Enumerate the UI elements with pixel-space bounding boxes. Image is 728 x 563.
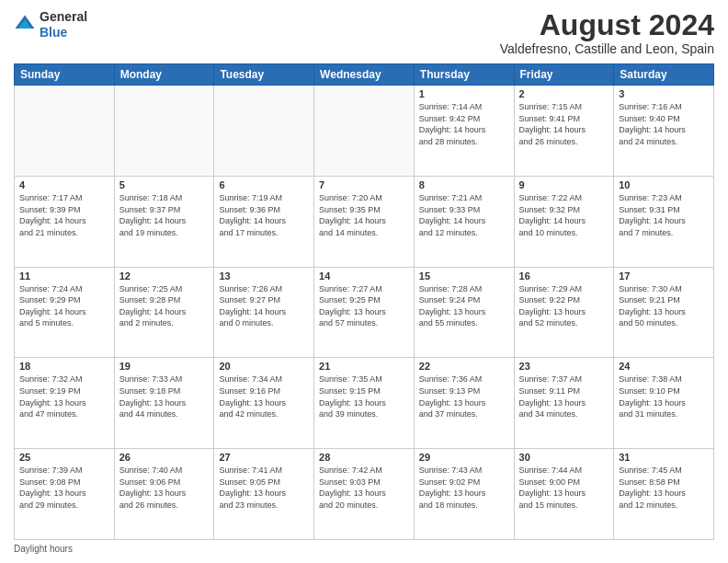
day-number: 4 [19,179,109,190]
day-number: 15 [419,270,509,282]
day-number: 31 [619,452,709,463]
calendar-cell: 24Sunrise: 7:38 AM Sunset: 9:10 PM Dayli… [614,358,714,449]
day-info: Sunrise: 7:23 AM Sunset: 9:31 PM Dayligh… [619,192,709,238]
day-info: Sunrise: 7:20 AM Sunset: 9:35 PM Dayligh… [319,192,409,238]
logo-blue: Blue [40,25,87,40]
day-info: Sunrise: 7:16 AM Sunset: 9:40 PM Dayligh… [619,101,709,147]
day-number: 9 [519,179,609,190]
calendar-cell: 29Sunrise: 7:43 AM Sunset: 9:02 PM Dayli… [414,449,514,540]
day-info: Sunrise: 7:17 AM Sunset: 9:39 PM Dayligh… [19,192,109,238]
day-info: Sunrise: 7:34 AM Sunset: 9:16 PM Dayligh… [219,373,309,419]
day-info: Sunrise: 7:15 AM Sunset: 9:41 PM Dayligh… [519,101,609,147]
calendar-cell: 1Sunrise: 7:14 AM Sunset: 9:42 PM Daylig… [414,86,514,177]
header-day-wednesday: Wednesday [314,64,415,86]
header-day-tuesday: Tuesday [214,64,314,86]
day-number: 23 [519,361,609,372]
day-number: 10 [619,179,709,190]
calendar-cell: 9Sunrise: 7:22 AM Sunset: 9:32 PM Daylig… [514,176,614,267]
day-info: Sunrise: 7:43 AM Sunset: 9:02 PM Dayligh… [419,465,509,511]
day-info: Sunrise: 7:21 AM Sunset: 9:33 PM Dayligh… [419,192,509,238]
calendar-cell [15,86,115,177]
calendar-cell: 3Sunrise: 7:16 AM Sunset: 9:40 PM Daylig… [614,86,714,177]
day-number: 26 [119,452,210,463]
day-number: 30 [519,452,609,463]
calendar-cell: 20Sunrise: 7:34 AM Sunset: 9:16 PM Dayli… [214,358,314,449]
day-info: Sunrise: 7:45 AM Sunset: 8:58 PM Dayligh… [619,465,709,511]
day-number: 18 [19,361,109,372]
day-number: 19 [119,361,210,372]
header-row: SundayMondayTuesdayWednesdayThursdayFrid… [15,64,714,86]
day-number: 14 [319,270,409,282]
day-info: Sunrise: 7:22 AM Sunset: 9:32 PM Dayligh… [519,192,609,238]
day-number: 21 [319,361,409,372]
calendar-cell: 13Sunrise: 7:26 AM Sunset: 9:27 PM Dayli… [214,267,314,358]
day-info: Sunrise: 7:37 AM Sunset: 9:11 PM Dayligh… [519,373,609,419]
calendar-cell [314,86,415,177]
day-number: 6 [219,179,309,190]
day-number: 7 [319,179,409,190]
day-number: 13 [219,270,309,282]
logo: General Blue [14,9,87,40]
day-number: 24 [619,361,709,372]
day-number: 8 [419,179,509,190]
day-info: Sunrise: 7:38 AM Sunset: 9:10 PM Dayligh… [619,373,709,419]
calendar-cell: 19Sunrise: 7:33 AM Sunset: 9:18 PM Dayli… [114,358,214,449]
header-day-friday: Friday [514,64,614,86]
calendar-cell: 18Sunrise: 7:32 AM Sunset: 9:19 PM Dayli… [15,358,115,449]
day-number: 1 [419,88,509,99]
day-number: 27 [219,452,309,463]
page: General Blue August 2024 Valdefresno, Ca… [0,0,728,563]
week-row-4: 25Sunrise: 7:39 AM Sunset: 9:08 PM Dayli… [15,449,714,540]
day-info: Sunrise: 7:28 AM Sunset: 9:24 PM Dayligh… [419,283,509,329]
calendar-cell: 12Sunrise: 7:25 AM Sunset: 9:28 PM Dayli… [114,267,214,358]
calendar-cell: 27Sunrise: 7:41 AM Sunset: 9:05 PM Dayli… [214,449,314,540]
logo-general: General [40,9,87,25]
footer-daylight: Daylight hours [14,544,714,554]
calendar-cell: 11Sunrise: 7:24 AM Sunset: 9:29 PM Dayli… [15,267,115,358]
day-number: 16 [519,270,609,282]
calendar-header: SundayMondayTuesdayWednesdayThursdayFrid… [15,64,714,86]
day-number: 20 [219,361,309,372]
day-number: 11 [19,270,109,282]
day-info: Sunrise: 7:40 AM Sunset: 9:06 PM Dayligh… [119,465,210,511]
header-day-sunday: Sunday [15,64,115,86]
day-number: 29 [419,452,509,463]
day-info: Sunrise: 7:18 AM Sunset: 9:37 PM Dayligh… [119,192,210,238]
day-info: Sunrise: 7:36 AM Sunset: 9:13 PM Dayligh… [419,373,509,419]
calendar-cell: 26Sunrise: 7:40 AM Sunset: 9:06 PM Dayli… [114,449,214,540]
day-info: Sunrise: 7:44 AM Sunset: 9:00 PM Dayligh… [519,465,609,511]
day-info: Sunrise: 7:30 AM Sunset: 9:21 PM Dayligh… [619,283,709,329]
calendar-cell [114,86,214,177]
calendar-cell: 25Sunrise: 7:39 AM Sunset: 9:08 PM Dayli… [15,449,115,540]
day-number: 3 [619,88,709,99]
calendar-cell: 16Sunrise: 7:29 AM Sunset: 9:22 PM Dayli… [514,267,614,358]
calendar-cell: 22Sunrise: 7:36 AM Sunset: 9:13 PM Dayli… [414,358,514,449]
logo-text: General Blue [40,9,87,40]
day-number: 12 [119,270,210,282]
header: General Blue August 2024 Valdefresno, Ca… [14,9,714,56]
header-day-thursday: Thursday [414,64,514,86]
day-info: Sunrise: 7:27 AM Sunset: 9:25 PM Dayligh… [319,283,409,329]
header-day-saturday: Saturday [614,64,714,86]
day-number: 2 [519,88,609,99]
day-info: Sunrise: 7:24 AM Sunset: 9:29 PM Dayligh… [19,283,109,329]
calendar-cell: 2Sunrise: 7:15 AM Sunset: 9:41 PM Daylig… [514,86,614,177]
calendar-cell: 17Sunrise: 7:30 AM Sunset: 9:21 PM Dayli… [614,267,714,358]
day-info: Sunrise: 7:25 AM Sunset: 9:28 PM Dayligh… [119,283,210,329]
calendar-cell: 6Sunrise: 7:19 AM Sunset: 9:36 PM Daylig… [214,176,314,267]
day-info: Sunrise: 7:39 AM Sunset: 9:08 PM Dayligh… [19,465,109,511]
day-info: Sunrise: 7:42 AM Sunset: 9:03 PM Dayligh… [319,465,409,511]
day-info: Sunrise: 7:26 AM Sunset: 9:27 PM Dayligh… [219,283,309,329]
day-info: Sunrise: 7:29 AM Sunset: 9:22 PM Dayligh… [519,283,609,329]
header-day-monday: Monday [114,64,214,86]
day-info: Sunrise: 7:19 AM Sunset: 9:36 PM Dayligh… [219,192,309,238]
week-row-2: 11Sunrise: 7:24 AM Sunset: 9:29 PM Dayli… [15,267,714,358]
calendar-cell: 30Sunrise: 7:44 AM Sunset: 9:00 PM Dayli… [514,449,614,540]
day-number: 5 [119,179,210,190]
logo-icon [14,14,36,36]
calendar-cell: 15Sunrise: 7:28 AM Sunset: 9:24 PM Dayli… [414,267,514,358]
week-row-1: 4Sunrise: 7:17 AM Sunset: 9:39 PM Daylig… [15,176,714,267]
day-info: Sunrise: 7:35 AM Sunset: 9:15 PM Dayligh… [319,373,409,419]
day-info: Sunrise: 7:33 AM Sunset: 9:18 PM Dayligh… [119,373,210,419]
calendar-table: SundayMondayTuesdayWednesdayThursdayFrid… [14,63,714,540]
